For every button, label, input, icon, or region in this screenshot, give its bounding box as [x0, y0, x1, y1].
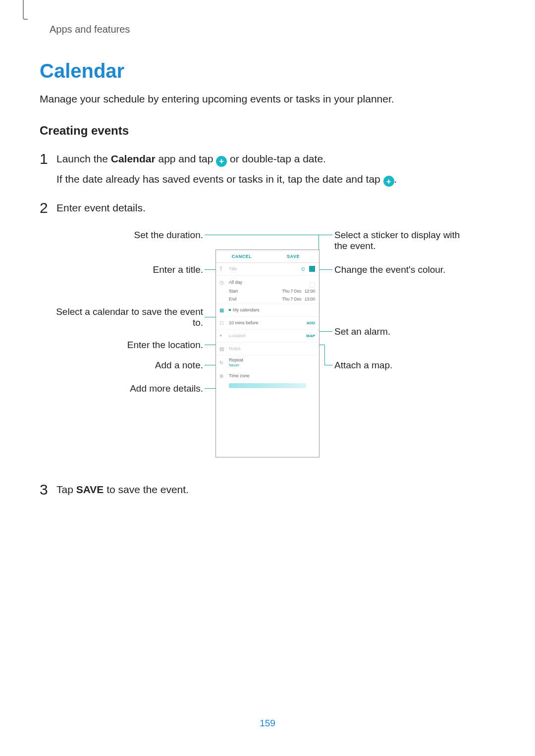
repeat-value: Never: [229, 363, 243, 367]
step-1-line-2: If the date already has saved events or …: [56, 172, 495, 187]
globe-icon: ⊕: [219, 373, 223, 378]
end-date: Thu 7 Dec: [282, 297, 302, 302]
map-button[interactable]: MAP: [306, 334, 315, 338]
step-1: 1 Launch the Calendar app and tap + or d…: [40, 151, 495, 192]
callout-note: Add a note.: [74, 360, 203, 371]
start-date: Thu 7 Dec: [282, 289, 302, 294]
step-1-line-1: Launch the Calendar app and tap + or dou…: [56, 151, 495, 167]
page-corner-mark: [23, 0, 28, 20]
title-placeholder: Title: [229, 266, 237, 271]
suggestion-bar: [229, 383, 306, 388]
repeat-icon: ↻: [219, 359, 223, 365]
repeat-label: Repeat: [229, 357, 243, 362]
reminder-row[interactable]: ☖ 10 mins before ADD: [216, 317, 319, 330]
callout-map: Attach a map.: [334, 360, 473, 371]
intro-text: Manage your schedule by entering upcomin…: [40, 93, 495, 105]
sticker-icon[interactable]: ☺: [300, 265, 306, 272]
allday-row: ◷ All day: [216, 276, 319, 289]
bell-icon: ☖: [219, 320, 224, 326]
cancel-button[interactable]: CANCEL: [216, 250, 268, 262]
notes-placeholder: Notes: [229, 346, 241, 351]
location-placeholder: Location: [229, 333, 246, 338]
section-heading: Creating events: [40, 124, 495, 138]
step-number: 3: [40, 482, 56, 497]
title-field-row[interactable]: T Title ☺: [216, 263, 319, 276]
event-editor-figure: Set the duration. Enter a title. Select …: [40, 230, 495, 467]
plus-icon: +: [383, 176, 394, 187]
calendar-name: My calendars: [233, 307, 260, 312]
step-number: 2: [40, 201, 56, 215]
page-number: 159: [0, 718, 535, 729]
note-icon: ▤: [219, 346, 224, 352]
calendar-select-row[interactable]: ▦ My calendars: [216, 304, 319, 317]
callout-more: Add more details.: [74, 383, 203, 394]
start-label: Start: [229, 289, 249, 294]
location-row[interactable]: ⌖ Location MAP: [216, 330, 319, 343]
phone-event-editor: CANCEL SAVE T Title ☺ ◷ All day Sta: [215, 250, 320, 457]
add-reminder-button[interactable]: ADD: [307, 321, 315, 325]
page-title: Calendar: [40, 60, 495, 82]
repeat-row[interactable]: ↻ Repeat Never: [216, 355, 319, 369]
callout-title: Enter a title.: [74, 264, 203, 275]
step-3-text: Tap SAVE to save the event.: [56, 482, 495, 497]
callout-location: Enter the location.: [74, 340, 203, 351]
reminder-value: 10 mins before: [229, 320, 259, 325]
callout-colour: Change the event's colour.: [334, 264, 473, 275]
callout-alarm: Set an alarm.: [334, 326, 473, 337]
colour-swatch[interactable]: [309, 266, 315, 272]
callout-calendar: Select a calendar to save the event to.: [54, 306, 203, 328]
start-time: 12:00: [305, 289, 315, 294]
allday-label: All day: [229, 280, 242, 285]
plus-icon: +: [216, 156, 227, 167]
end-label: End: [229, 297, 249, 302]
timezone-label: Time zone: [229, 373, 250, 378]
callout-sticker: Select a sticker to display with the eve…: [334, 230, 473, 252]
clock-icon: ◷: [219, 279, 224, 285]
notes-row[interactable]: ▤ Notes: [216, 343, 319, 355]
time-rows[interactable]: Start Thu 7 Dec 12:00 End Thu 7 Dec 13:0…: [216, 289, 319, 304]
step-number: 1: [40, 151, 56, 166]
end-time: 13:00: [305, 297, 315, 302]
save-button[interactable]: SAVE: [268, 250, 319, 262]
step-2: 2 Enter event details.: [40, 201, 495, 220]
step-2-text: Enter event details.: [56, 201, 495, 215]
pin-icon: ⌖: [219, 333, 222, 339]
timezone-row[interactable]: ⊕ Time zone: [216, 369, 319, 382]
callout-duration: Set the duration.: [74, 230, 203, 241]
title-icon: T: [219, 266, 222, 272]
step-3: 3 Tap SAVE to save the event.: [40, 482, 495, 502]
calendar-icon: ▦: [219, 307, 224, 313]
breadcrumb: Apps and features: [50, 24, 495, 35]
